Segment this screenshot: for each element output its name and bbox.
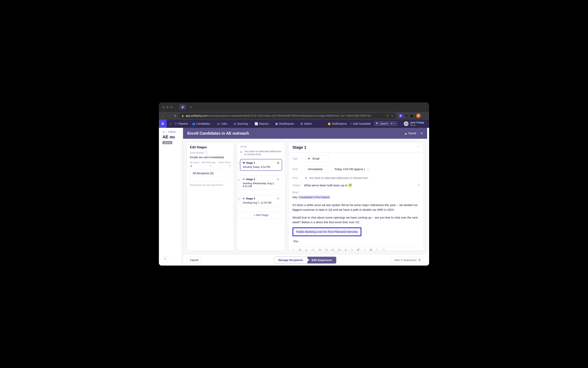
- h1-icon[interactable]: H1: [325, 248, 328, 251]
- collapse-icon[interactable]: ⌃: [417, 146, 419, 149]
- nav-dashboards[interactable]: ▦ Dashboards ⌄: [275, 122, 296, 125]
- send-window-label: Send window i: [190, 151, 231, 154]
- h2-icon[interactable]: H2: [331, 248, 334, 251]
- search-button[interactable]: 🔍 Search ⌘+K: [374, 121, 398, 126]
- modal-title: Enroll Candidates in AE outreach: [187, 131, 249, 136]
- app-logo[interactable]: A: [159, 120, 167, 128]
- grid-icon: ▦: [275, 122, 278, 125]
- notifications-button[interactable]: 🔔 Notifications: [328, 122, 347, 125]
- info-icon[interactable]: i: [205, 151, 208, 154]
- delete-stage-icon[interactable]: 🗑: [277, 161, 279, 164]
- status-none-label: No Issues: [190, 161, 199, 164]
- signature-icon[interactable]: ✎: [376, 248, 378, 251]
- profile-avatar[interactable]: T: [416, 114, 420, 118]
- url-host: app.ashbyhq.com: [186, 114, 207, 117]
- recipients-box[interactable]: All Recipients (0): [190, 169, 231, 181]
- help-button[interactable]: ?: [162, 256, 168, 263]
- add-stage-button[interactable]: + Add Stage: [240, 211, 282, 219]
- bold-icon[interactable]: B: [299, 248, 301, 251]
- underline-icon[interactable]: U: [305, 248, 308, 251]
- subject-input[interactable]: [303, 184, 418, 187]
- chevron-down-icon: ⌄: [324, 158, 326, 160]
- address-bar[interactable]: 🔒 app.ashbyhq.com/sourcing/sequence-temp…: [179, 113, 396, 119]
- reply-icon: ↩: [243, 197, 245, 200]
- send-select[interactable]: Immediately ⌄: [305, 166, 332, 173]
- status-cannot-value: 1: [229, 164, 231, 167]
- minimize-window-icon[interactable]: [166, 106, 169, 108]
- nav-jobs[interactable]: 💼 Jobs ⌄: [217, 122, 230, 125]
- token-first-name[interactable]: Candidate's First Name: [298, 195, 330, 199]
- nav-home-icon[interactable]: ⌂: [169, 122, 171, 125]
- image-icon[interactable]: 🖼: [369, 248, 372, 251]
- delete-stage-icon[interactable]: 🗑: [277, 178, 279, 181]
- send-window-desc: Emails are sent immediately: [190, 156, 231, 159]
- manage-recipients-tab[interactable]: Manage Recipients: [274, 257, 307, 263]
- chevron-down-icon: ⌄: [249, 123, 251, 125]
- stage-card-1[interactable]: ✉ Stage 1 🗑 Sending Today, 4:54 PM: [240, 159, 282, 171]
- side-panel-icon[interactable]: ◧: [410, 114, 413, 118]
- briefcase-icon: 💼: [217, 122, 220, 125]
- chart-icon: 📈: [255, 122, 258, 125]
- plus-icon: +: [350, 122, 352, 125]
- browser-tab[interactable]: A: [179, 104, 186, 110]
- nav-candidates[interactable]: 👥 Candidates ⌄: [192, 122, 213, 125]
- status-warn-value: 0: [210, 164, 211, 167]
- tab-favicon-icon: A: [181, 106, 184, 109]
- nav-sourcing[interactable]: ◎ Sourcing ⌄: [234, 122, 251, 125]
- nav-admin[interactable]: ⚙ Admin: [300, 122, 312, 125]
- from-empty-text: ⊘ You have no alternate addresses to cho…: [305, 176, 369, 180]
- maximize-window-icon[interactable]: [170, 106, 173, 108]
- code-icon[interactable]: </>: [311, 248, 314, 251]
- nav-reports[interactable]: 📈 Reports ⌄: [255, 122, 271, 125]
- extension-ashby-icon[interactable]: A: [399, 114, 403, 118]
- new-tab-button[interactable]: +: [188, 104, 194, 110]
- token-booking-link[interactable]: Public Booking Link For First Planned In…: [296, 230, 358, 233]
- funnel-icon: ▽: [175, 122, 177, 125]
- h3-icon[interactable]: H3: [338, 248, 341, 251]
- italic-icon[interactable]: I: [293, 248, 295, 251]
- stage-card-3[interactable]: ↩ Stage 3 🗑 Sending Aug 7, 11:43 AM: [240, 195, 282, 206]
- nav-pipeline[interactable]: ▽ Pipeline: [175, 122, 188, 125]
- close-window-icon[interactable]: [162, 106, 165, 108]
- stage-card-2[interactable]: ↩ Stage 2 🗑 Sending Wednesday, Aug 2, 9:…: [240, 176, 282, 190]
- start-sequences-button[interactable]: Start 0 Sequences !: [392, 257, 424, 263]
- back-button[interactable]: ←: [162, 114, 165, 118]
- edit-sequences-tab[interactable]: Edit Sequences: [307, 257, 336, 263]
- clear-format-icon[interactable]: ⌫: [318, 248, 321, 251]
- chrome-menu-icon[interactable]: ⋮: [423, 114, 426, 118]
- from-label: From: [293, 177, 305, 179]
- timeline-dot-icon: [238, 198, 240, 200]
- ordered-list-icon[interactable]: ≣: [344, 248, 347, 251]
- link-icon[interactable]: 🔗: [357, 248, 360, 251]
- bookmark-star-icon[interactable]: ☆: [391, 114, 394, 117]
- reload-button[interactable]: ⟳: [174, 114, 176, 117]
- attachment-icon[interactable]: 📄: [382, 248, 385, 251]
- shared-badge: Shared: [162, 141, 172, 144]
- question-icon: ?: [164, 258, 166, 261]
- chevron-down-icon: ⌄: [327, 168, 329, 170]
- cancel-button[interactable]: Cancel: [187, 257, 202, 263]
- modal-body: Edit Stages Send window i Emails are sen…: [183, 139, 427, 254]
- enroll-modal: Enroll Candidates in AE outreach ☁ Saved…: [183, 128, 427, 266]
- bullet-list-icon[interactable]: •≡: [351, 248, 353, 251]
- browser-window: A + ⌄ ← → ⟳ 🔒 app.ashbyhq.com/sourcing/s…: [159, 102, 429, 266]
- token-picker-icon[interactable]: T: [418, 184, 419, 187]
- delete-stage-icon[interactable]: 🗑: [277, 197, 279, 200]
- target-icon: ◎: [234, 122, 236, 125]
- close-icon[interactable]: ✕: [420, 131, 423, 135]
- envelope-icon: ✉: [308, 157, 310, 160]
- extensions-puzzle-icon[interactable]: ✦: [405, 114, 408, 118]
- add-candidate-button[interactable]: + Add Candidate: [350, 122, 371, 125]
- info-icon[interactable]: i: [367, 168, 370, 171]
- personalize-label: PERSONALIZE PER RECIPIENT: [190, 184, 231, 186]
- type-select[interactable]: ✉ Email ⌄: [305, 155, 329, 162]
- share-icon[interactable]: ⇪: [386, 114, 389, 117]
- people-icon: 👥: [192, 122, 195, 125]
- user-name: Jane Ortega: [410, 121, 424, 124]
- user-menu[interactable]: JO Jane Ortega Acme ⌄: [401, 121, 427, 126]
- email-body-editor[interactable]: Hey Candidate's First Name- It's been a …: [293, 195, 419, 244]
- tab-list-dropdown-icon[interactable]: ⌄: [424, 106, 426, 109]
- user-org: Acme: [410, 124, 424, 126]
- token-icon[interactable]: T: [363, 248, 366, 251]
- warning-badge-icon: !: [418, 258, 421, 262]
